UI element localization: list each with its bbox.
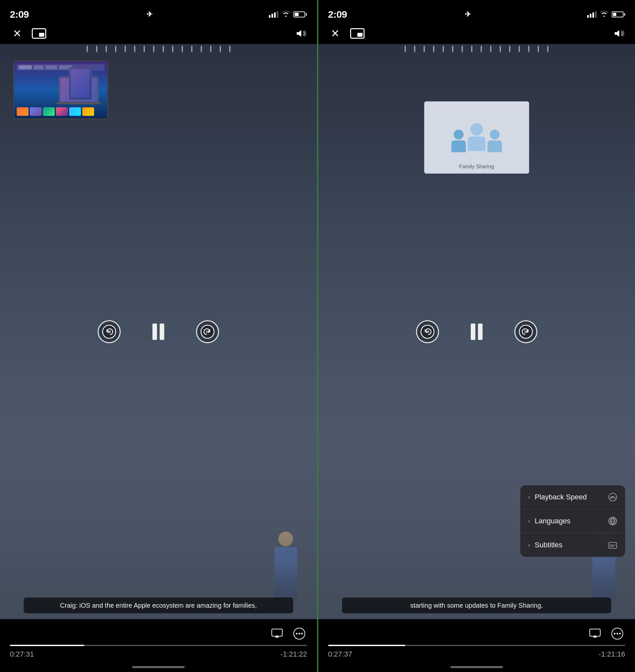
menu-item-languages-left: › Languages <box>528 517 570 525</box>
right-airplay-button[interactable] <box>587 626 603 642</box>
left-signal-icon <box>269 11 278 18</box>
right-subtitle: starting with some updates to Family Sha… <box>342 597 611 613</box>
right-pause-bar-1 <box>471 323 475 340</box>
right-location-arrow: ✈ <box>465 10 471 19</box>
left-battery-icon <box>293 12 307 17</box>
right-status-bar: 2:09 ✈ <box>318 0 635 23</box>
right-progress-bar[interactable] <box>328 645 626 646</box>
right-volume-icon <box>613 29 625 38</box>
right-pause-button[interactable] <box>465 320 488 343</box>
left-current-time: 0:27:31 <box>10 650 34 658</box>
left-home-indicator <box>0 664 317 672</box>
right-screen-display: Family Sharing <box>424 101 529 173</box>
left-pause-button[interactable] <box>147 320 170 343</box>
menu-item-subtitles-left: › Subtitles <box>528 541 562 549</box>
right-pause-bar-2 <box>478 323 483 340</box>
menu-item-subtitles[interactable]: › Subtitles <box>520 533 625 557</box>
left-progress-bar[interactable] <box>10 645 307 646</box>
svg-point-8 <box>301 633 303 635</box>
right-volume-button[interactable] <box>613 29 625 38</box>
left-volume-icon <box>295 29 307 38</box>
right-ceiling-lights <box>318 44 635 54</box>
left-ceiling-lights <box>0 44 317 54</box>
app-container: 2:09 ✈ <box>0 0 635 672</box>
left-more-button[interactable] <box>291 626 307 642</box>
left-progress-fill <box>10 645 84 646</box>
svg-text:10: 10 <box>524 330 528 334</box>
left-bottom-buttons <box>10 626 307 642</box>
svg-point-13 <box>609 493 617 501</box>
right-close-button[interactable]: ✕ <box>328 26 343 41</box>
left-top-left: ✕ <box>10 26 47 41</box>
left-pip-button[interactable] <box>31 27 47 40</box>
menu-label-playback-speed: Playback Speed <box>535 493 587 501</box>
right-bottom-buttons <box>328 626 626 642</box>
left-rewind-button[interactable]: 10 <box>98 320 121 343</box>
left-volume-button[interactable] <box>295 29 307 38</box>
left-wifi-icon <box>282 9 290 20</box>
right-rewind-button[interactable]: 10 <box>416 320 439 343</box>
left-forward-button[interactable]: 10 <box>196 320 219 343</box>
right-battery-icon <box>612 12 625 17</box>
left-forward-icon: 10 <box>200 324 215 339</box>
menu-item-languages[interactable]: › Languages <box>520 509 625 533</box>
left-top-controls: ✕ <box>0 23 317 44</box>
svg-text:10: 10 <box>206 330 210 334</box>
svg-point-19 <box>614 633 616 635</box>
left-location-arrow: ✈ <box>147 10 152 19</box>
svg-point-6 <box>296 633 297 635</box>
right-pip-inner <box>357 33 363 37</box>
right-remaining-time: -1:21:16 <box>598 650 625 658</box>
right-pip-button[interactable] <box>349 27 366 40</box>
menu-item-playback-speed-left: › Playback Speed <box>528 493 587 501</box>
right-home-indicator <box>318 664 635 672</box>
right-signal-icon <box>587 11 597 18</box>
menu-chevron-languages: › <box>528 518 530 525</box>
right-time-labels: 0:27:37 -1:21:16 <box>328 650 626 658</box>
right-progress-fill <box>328 645 406 646</box>
left-close-button[interactable]: ✕ <box>10 26 24 41</box>
right-more-button[interactable] <box>609 626 625 642</box>
svg-rect-16 <box>609 542 617 548</box>
right-top-controls: ✕ <box>318 23 635 44</box>
right-time: 2:09 <box>328 9 347 20</box>
right-status-icons <box>587 9 625 20</box>
right-playback-controls: 10 10 <box>416 320 537 343</box>
svg-text:10: 10 <box>108 330 111 334</box>
menu-label-subtitles: Subtitles <box>535 541 562 549</box>
right-more-icon <box>611 628 623 639</box>
menu-chevron-playback-speed: › <box>528 494 530 501</box>
menu-label-languages: Languages <box>535 517 570 525</box>
left-floor <box>0 446 317 619</box>
family-sharing-display <box>424 101 529 173</box>
svg-text:10: 10 <box>425 330 430 334</box>
svg-point-21 <box>619 633 621 635</box>
left-status-icons <box>269 9 307 20</box>
left-pip-icon <box>32 28 46 39</box>
menu-icon-speedometer <box>608 492 617 502</box>
svg-point-14 <box>612 498 613 499</box>
left-airplay-icon <box>271 628 283 639</box>
svg-point-20 <box>617 633 618 635</box>
left-more-icon <box>293 628 305 639</box>
right-options-menu: › Playback Speed › Languages <box>520 485 625 557</box>
right-panel: 2:09 ✈ <box>318 0 635 672</box>
right-pip-icon <box>350 28 365 39</box>
left-remaining-time: -1:21:22 <box>281 650 307 658</box>
left-ipad <box>69 67 92 100</box>
right-video-area[interactable]: Family Sharing 10 <box>318 44 635 619</box>
left-playback-controls: 10 10 <box>98 320 219 343</box>
left-airplay-button[interactable] <box>269 626 285 642</box>
svg-point-7 <box>298 633 300 635</box>
left-time: 2:09 <box>10 9 29 20</box>
left-video-area[interactable]: 10 10 Cr <box>0 44 317 619</box>
right-airplay-icon <box>589 628 601 639</box>
right-current-time: 0:27:37 <box>328 650 352 658</box>
left-pip-inner <box>39 33 44 37</box>
menu-icon-globe <box>608 517 617 526</box>
left-time-labels: 0:27:31 -1:21:22 <box>10 650 307 658</box>
left-pause-bar-2 <box>160 323 164 340</box>
menu-item-playback-speed[interactable]: › Playback Speed <box>520 485 625 509</box>
right-bottom-area: 0:27:37 -1:21:16 <box>318 619 635 664</box>
right-forward-button[interactable]: 10 <box>514 320 537 343</box>
